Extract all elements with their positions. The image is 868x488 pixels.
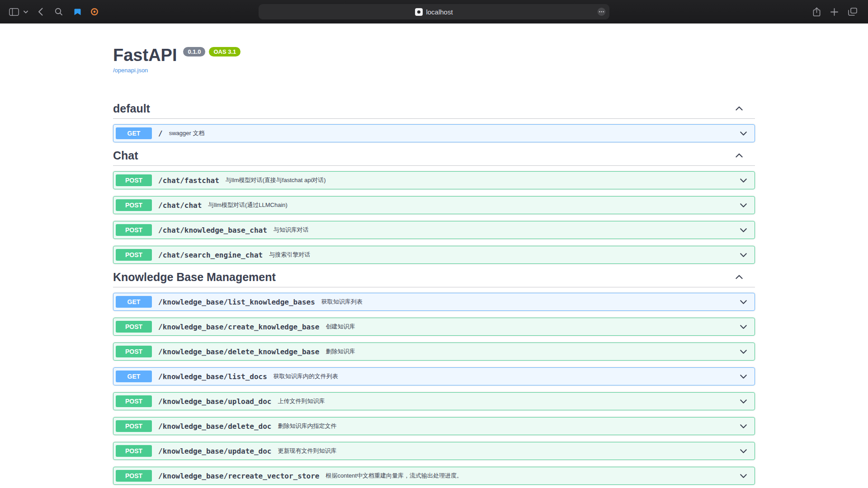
opblock-post-/knowledge_base/delete_knowledge_base[interactable]: POST /knowledge_base/delete_knowledge_ba… <box>113 343 755 361</box>
expand-operation-button[interactable] <box>739 297 748 307</box>
op-path: /knowledge_base/delete_knowledge_base <box>158 347 319 356</box>
openapi-json-link[interactable]: /openapi.json <box>113 67 148 74</box>
sidebar-toggle-button[interactable] <box>8 5 20 19</box>
url-text: localhost <box>426 8 453 16</box>
opblock-post-/knowledge_base/recreate_vector_store[interactable]: POST /knowledge_base/recreate_vector_sto… <box>113 467 755 485</box>
method-badge: POST <box>116 346 152 357</box>
expand-operation-button[interactable] <box>739 129 748 138</box>
tab-overview-button[interactable] <box>845 5 860 19</box>
opblock-post-/knowledge_base/update_doc[interactable]: POST /knowledge_base/update_doc 更新现有文件到知… <box>113 442 755 460</box>
op-path: /knowledge_base/create_knowledge_base <box>158 323 319 331</box>
op-path: /knowledge_base/list_docs <box>158 372 267 381</box>
chevron-down-icon <box>739 129 748 138</box>
opblock-get-/[interactable]: GET / swagger 文档 <box>113 124 755 142</box>
api-section-chat: Chat POST /chat/fastchat 与llm模型对话(直接与fas… <box>113 149 755 264</box>
op-path: /knowledge_base/upload_doc <box>158 397 271 406</box>
search-button[interactable] <box>52 5 66 19</box>
expand-operation-button[interactable] <box>739 347 748 357</box>
url-bar[interactable]: localhost <box>259 4 609 19</box>
blue-extension-icon <box>74 8 81 16</box>
chevron-down-icon <box>739 225 748 235</box>
op-description: 创建知识库 <box>326 323 355 331</box>
version-badge: 0.1.0 <box>183 47 205 56</box>
section-title: Chat <box>113 149 138 162</box>
op-path: /knowledge_base/delete_doc <box>158 422 271 431</box>
opblock-post-/chat/fastchat[interactable]: POST /chat/fastchat 与llm模型对话(直接与fastchat… <box>113 171 755 189</box>
op-description: 与llm模型对话(直接与fastchat api对话) <box>226 176 326 184</box>
tab-group-chevron-button[interactable] <box>23 8 29 16</box>
op-description: 获取知识库列表 <box>321 298 363 306</box>
section-title: Knowledge Base Management <box>113 271 276 283</box>
opblock-post-/knowledge_base/create_knowledge_base[interactable]: POST /knowledge_base/create_knowledge_ba… <box>113 318 755 336</box>
chevron-down-icon <box>739 446 748 456</box>
section-operations: GET / swagger 文档 <box>113 119 755 142</box>
opblock-post-/knowledge_base/delete_doc[interactable]: POST /knowledge_base/delete_doc 删除知识库内指定… <box>113 417 755 435</box>
op-path: / <box>158 129 163 138</box>
op-path: /chat/fastchat <box>158 176 219 185</box>
section-operations: GET /knowledge_base/list_knowledge_bases… <box>113 287 755 485</box>
section-collapse-button[interactable] <box>734 103 744 113</box>
api-info: FastAPI 0.1.0 OAS 3.1 /openapi.json <box>113 45 755 98</box>
back-button[interactable] <box>35 5 46 19</box>
expand-operation-button[interactable] <box>739 176 748 185</box>
toolbar-right-group <box>810 5 860 19</box>
op-description: 上传文件到知识库 <box>278 397 325 405</box>
opblock-get-/knowledge_base/list_knowledge_bases[interactable]: GET /knowledge_base/list_knowledge_bases… <box>113 293 755 311</box>
expand-operation-button[interactable] <box>739 201 748 210</box>
op-path: /knowledge_base/update_doc <box>158 447 271 455</box>
op-path: /knowledge_base/list_knowledge_bases <box>158 298 315 306</box>
op-description: 与搜索引擎对话 <box>269 251 310 259</box>
page-settings-button[interactable] <box>597 8 606 16</box>
toolbar-left-group <box>8 5 101 19</box>
chevron-down-icon <box>739 422 748 431</box>
op-path: /chat/search_engine_chat <box>158 251 263 259</box>
op-path: /chat/chat <box>158 201 202 210</box>
method-badge: POST <box>116 420 152 432</box>
browser-toolbar: localhost <box>0 0 868 23</box>
op-description: 与llm模型对话(通过LLMChain) <box>208 201 288 209</box>
opblock-post-/chat/chat[interactable]: POST /chat/chat 与llm模型对话(通过LLMChain) <box>113 196 755 214</box>
opblock-post-/chat/knowledge_base_chat[interactable]: POST /chat/knowledge_base_chat 与知识库对话 <box>113 221 755 239</box>
op-path: /chat/knowledge_base_chat <box>158 226 267 235</box>
method-badge: POST <box>116 249 152 261</box>
share-button[interactable] <box>810 5 823 19</box>
chevron-down-icon <box>739 297 748 307</box>
expand-operation-button[interactable] <box>739 250 748 260</box>
orange-extension-button[interactable] <box>88 5 101 19</box>
expand-operation-button[interactable] <box>739 471 748 481</box>
swagger-page: FastAPI 0.1.0 OAS 3.1 /openapi.json defa… <box>0 23 868 488</box>
section-operations: POST /chat/fastchat 与llm模型对话(直接与fastchat… <box>113 166 755 264</box>
method-badge: POST <box>116 395 152 407</box>
section-collapse-button[interactable] <box>734 150 744 160</box>
chevron-down-icon <box>24 10 28 14</box>
opblock-get-/knowledge_base/list_docs[interactable]: GET /knowledge_base/list_docs 获取知识库内的文件列… <box>113 367 755 385</box>
api-title-row: FastAPI 0.1.0 OAS 3.1 <box>113 45 755 65</box>
expand-operation-button[interactable] <box>739 225 748 235</box>
section-collapse-button[interactable] <box>734 272 744 282</box>
blue-extension-button[interactable] <box>71 5 84 19</box>
op-description: 与知识库对话 <box>274 226 309 234</box>
expand-operation-button[interactable] <box>739 397 748 406</box>
op-description: 根据content中文档重建向量库，流式输出处理进度。 <box>326 472 462 480</box>
section-header[interactable]: Chat <box>113 149 755 166</box>
expand-operation-button[interactable] <box>739 446 748 456</box>
opblock-post-/chat/search_engine_chat[interactable]: POST /chat/search_engine_chat 与搜索引擎对话 <box>113 246 755 264</box>
opblock-post-/knowledge_base/upload_doc[interactable]: POST /knowledge_base/upload_doc 上传文件到知识库 <box>113 392 755 410</box>
new-tab-button[interactable] <box>828 5 841 19</box>
chevron-down-icon <box>739 176 748 185</box>
chevron-down-icon <box>739 372 748 381</box>
section-header[interactable]: default <box>113 102 755 119</box>
method-badge: POST <box>116 445 152 457</box>
expand-operation-button[interactable] <box>739 372 748 381</box>
ellipsis-icon <box>597 8 606 16</box>
op-description: 获取知识库内的文件列表 <box>274 372 338 380</box>
expand-operation-button[interactable] <box>739 322 748 332</box>
expand-operation-button[interactable] <box>739 422 748 431</box>
swagger-container: FastAPI 0.1.0 OAS 3.1 /openapi.json defa… <box>113 23 755 485</box>
op-description: swagger 文档 <box>169 129 205 137</box>
chevron-down-icon <box>739 347 748 357</box>
method-badge: GET <box>116 296 152 308</box>
section-header[interactable]: Knowledge Base Management <box>113 271 755 287</box>
api-title: FastAPI <box>113 45 177 65</box>
method-badge: POST <box>116 470 152 482</box>
